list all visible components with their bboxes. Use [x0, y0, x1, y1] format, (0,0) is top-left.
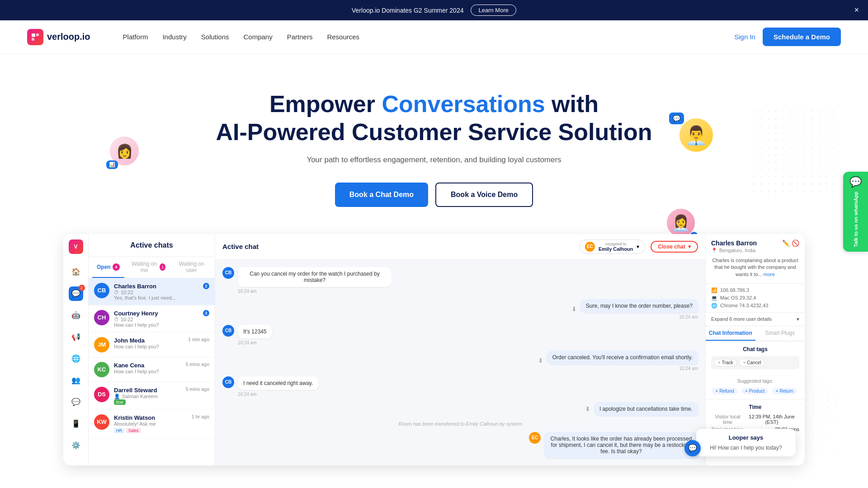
nav-item-platform[interactable]: Platform [123, 33, 148, 41]
assigned-pill[interactable]: EC Assigned to Emily Calhoun ▾ [579, 239, 645, 254]
svg-rect-0 [32, 33, 35, 37]
suggested-tag-return[interactable]: + Return [772, 388, 797, 394]
sidebar-icon-chat[interactable]: 💬 2 [69, 286, 83, 301]
tag-track[interactable]: × Track [714, 359, 737, 366]
visitor-time-row: Visitor local time 12:39 PM, 14th June (… [711, 414, 799, 425]
chat-item-preview-2: How can I help you? [114, 344, 209, 349]
chat-item-3[interactable]: KC Kane Cena 5 mins ago How can I help y… [89, 357, 215, 382]
bio-more-link[interactable]: more [764, 272, 775, 277]
tag-hr: HR [114, 428, 124, 433]
tag-x-cancel[interactable]: × [743, 360, 745, 365]
suggested-tag-refund[interactable]: + Refund [712, 388, 737, 394]
msg-row-5: I apologize but cancellations take time.… [222, 402, 698, 416]
chat-item-closed-4: true [114, 399, 209, 405]
sidebar: V 🏠 💬 2 🤖 📢 🌐 👥 💬 📱 ⚙️ [63, 234, 89, 465]
chat-unread-0: 2 [203, 283, 209, 289]
book-voice-demo-button[interactable]: Book a Voice Demo [435, 183, 533, 207]
chat-tags-section: Chat tags × Track × Cancel [706, 342, 805, 374]
expand-details-row[interactable]: Expand 6 more user details ▾ [706, 313, 805, 326]
schedule-demo-button[interactable]: Schedule a Demo [763, 28, 841, 46]
close-chat-button[interactable]: Close chat ▾ [651, 241, 698, 253]
chat-item-content-3: Kane Cena 5 mins ago How can I help you? [114, 362, 209, 374]
logo-icon [27, 29, 43, 45]
main-chat-panel: Active chat EC Assigned to Emily Calhoun… [215, 234, 705, 465]
nav-item-solutions[interactable]: Solutions [201, 33, 229, 41]
chat-tab-waiting-user[interactable]: Waiting on user [172, 257, 211, 278]
chat-list-header: Active chats [89, 234, 215, 257]
suggested-tags: + Refund + Product + Return [711, 386, 799, 396]
chat-item-tags-5: HR Sales [114, 428, 209, 433]
chat-avatar-0: CB [94, 283, 109, 298]
chat-avatar-5: KW [94, 414, 109, 430]
sidebar-icon-home[interactable]: 🏠 [69, 265, 83, 279]
nav-item-partners[interactable]: Partners [287, 33, 313, 41]
chat-item-0[interactable]: CB Charles Barron 2 ⏱10:22 Yes, that's f… [89, 278, 215, 305]
suggested-plus-refund: + [715, 389, 718, 394]
avatar-left-badge: 📊 [106, 160, 118, 169]
sidebar-icon-megaphone[interactable]: 📢 [69, 330, 83, 344]
nav-item-industry[interactable]: Industry [162, 33, 186, 41]
tag-x-track[interactable]: × [718, 360, 721, 365]
info-tab-chat[interactable]: Chat Information [706, 326, 755, 341]
tag-cancel[interactable]: × Cancel [739, 359, 765, 366]
visitor-time-value: 12:39 PM, 14th June (EST) [744, 414, 799, 425]
logo[interactable]: verloop.io [27, 29, 90, 45]
msg-system: Room has been transferred to Emily Calho… [222, 421, 698, 427]
chat-tab-waiting-me[interactable]: Waiting on me 1 [126, 257, 170, 278]
chat-item-2[interactable]: JM John Meda 1 min ago How can I help yo… [89, 333, 215, 357]
suggested-tag-product[interactable]: + Product [741, 388, 768, 394]
chat-item-5[interactable]: KW Kristin Watson 1 hr ago Absolutely! A… [89, 410, 215, 438]
chat-item-4[interactable]: DS Darrell Steward 5 mins ago 👤Salman Ka… [89, 382, 215, 410]
msg-time-1: 10:24 am [580, 314, 698, 319]
sidebar-icon-users[interactable]: 👥 [69, 373, 83, 388]
user-browser: 🌐 Chrome 74.3.4232.43 [711, 303, 799, 309]
banner-text: Verloop.io Dominates G2 Summer 2024 [352, 7, 463, 14]
nav-item-resources[interactable]: Resources [327, 33, 359, 41]
sidebar-icon-settings[interactable]: ⚙️ [69, 438, 83, 453]
sidebar-icon-comments[interactable]: 💬 [69, 395, 83, 409]
info-tab-smart-plugs[interactable]: Smart Plugs [755, 326, 805, 341]
chat-item-content-0: Charles Barron 2 ⏱10:22 Yes, that's fine… [114, 283, 209, 300]
hero-buttons: Book a Chat Demo Book a Voice Demo [27, 183, 841, 207]
chat-avatar-2: JM [94, 337, 109, 352]
whatsapp-button[interactable]: 💬 Talk to us on whatsApp [843, 172, 868, 252]
time-section-title: Time [711, 404, 799, 410]
msg-avatar-2: CB [222, 325, 234, 337]
chat-tabs: Open 4 Waiting on me 1 Waiting on user [89, 257, 215, 278]
looper-message: Hi! How can I help you today? [705, 445, 788, 451]
msg-avatar-4: CB [222, 376, 234, 388]
looper-header: Looper says [705, 434, 788, 441]
msg-time-4: 10:24 am [238, 392, 319, 397]
hero-subtitle: Your path to effortless engagement, rete… [27, 155, 841, 164]
avatar-float-right-bottom: 👩‍💼 ✓ [665, 207, 696, 238]
chat-item-msg-1: ⏱10:22 [114, 317, 209, 322]
chat-tab-open[interactable]: Open 4 [92, 257, 124, 278]
suggested-plus-return: + [776, 389, 778, 394]
assigned-info: Assigned to Emily Calhoun [599, 242, 633, 252]
assigned-name: Emily Calhoun [599, 246, 633, 252]
nav-actions: Sign In Schedule a Demo [734, 28, 841, 46]
looper-fab-button[interactable]: 💬 [684, 440, 701, 456]
chat-item-name-2: John Meda 1 min ago [114, 337, 209, 344]
nav-item-company[interactable]: Company [244, 33, 273, 41]
msg-row-7: Charles, It looks like the order has alr… [222, 432, 698, 458]
learn-more-button[interactable]: Learn More [471, 5, 516, 16]
banner-close-button[interactable]: × [854, 5, 859, 15]
book-chat-demo-button[interactable]: Book a Chat Demo [335, 183, 428, 207]
sidebar-icon-bot[interactable]: 🤖 [69, 308, 83, 323]
msg-action-icon-1: ⬇ [571, 305, 577, 313]
svg-rect-2 [32, 38, 34, 41]
chat-item-msg-0: ⏱10:22 [114, 290, 209, 295]
avatar-right-icon-box: 💬 [669, 113, 684, 124]
chat-item-name-1: Courtney Henry 2 [114, 310, 209, 317]
sidebar-icon-whatsapp[interactable]: 📱 [69, 417, 83, 431]
chat-item-preview-1: How can I help you? [114, 322, 209, 328]
user-ip: 📶 106.68.786.3 [711, 287, 799, 293]
sidebar-icon-globe[interactable]: 🌐 [69, 352, 83, 366]
chat-item-content-1: Courtney Henry 2 ⏱10:22 How can I help y… [114, 310, 209, 328]
sidebar-logo: V [69, 239, 83, 254]
hero-section: 👩 📊 💬 👨‍💼 👩‍💼 ✓ Empower Conversations wi… [0, 54, 868, 483]
suggested-plus-product: + [745, 389, 748, 394]
sign-in-button[interactable]: Sign In [734, 33, 755, 41]
chat-item-1[interactable]: CH Courtney Henry 2 ⏱10:22 How can I hel… [89, 305, 215, 333]
